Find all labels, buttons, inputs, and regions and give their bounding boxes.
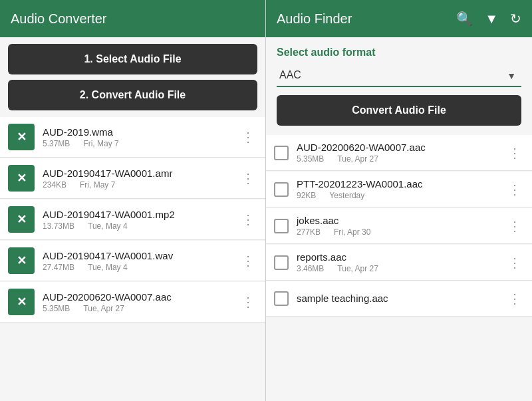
file-size: 5.37MB <box>43 139 70 148</box>
more-options-icon[interactable]: ⋮ <box>505 179 524 200</box>
list-item[interactable]: ✕ AUD-20190417-WA0001.amr 234KB Fri, May… <box>0 158 265 199</box>
file-checkbox[interactable] <box>274 291 289 306</box>
file-info: AUD-20190417-WA0001.amr 234KB Fri, May 7 <box>43 168 239 190</box>
more-options-icon[interactable]: ⋮ <box>505 252 524 273</box>
file-info: AUD-20200620-WA0007.aac 5.35MB Tue, Apr … <box>297 142 505 164</box>
right-title: Audio Finder <box>277 11 352 27</box>
file-icon: ✕ <box>8 124 35 150</box>
file-date: Tue, May 4 <box>88 221 128 231</box>
list-item[interactable]: jokes.aac 277KB Fri, Apr 30 ⋮ <box>266 208 532 244</box>
file-name: PTT-20201223-WA0001.aac <box>297 178 505 190</box>
file-date: Tue, Apr 27 <box>337 154 378 164</box>
format-select[interactable]: AACMP3WAVOGGFLACAMRWMA <box>277 64 521 87</box>
file-name: jokes.aac <box>297 215 505 226</box>
more-options-icon[interactable]: ⋮ <box>239 250 257 271</box>
file-info: AUD-20200620-WA0007.aac 5.35MB Tue, Apr … <box>43 291 239 313</box>
list-item[interactable]: sample teaching.aac ⋮ <box>266 281 532 317</box>
select-audio-button[interactable]: 1. Select Audio File <box>8 44 257 74</box>
file-meta: 5.37MB Fri, May 7 <box>43 139 239 148</box>
file-meta: 13.73MB Tue, May 4 <box>43 221 239 231</box>
search-icon[interactable]: 🔍 <box>456 11 473 27</box>
left-header: Audio Converter <box>0 0 265 37</box>
more-options-icon[interactable]: ⋮ <box>239 168 257 189</box>
file-info: AUD-20190417-WA0001.wav 27.47MB Tue, May… <box>43 250 239 272</box>
list-item[interactable]: ✕ AUD-20190417-WA0001.wav 27.47MB Tue, M… <box>0 241 265 281</box>
list-item[interactable]: AUD-20200620-WA0007.aac 5.35MB Tue, Apr … <box>266 135 532 171</box>
file-info: AUD-2019.wma 5.37MB Fri, May 7 <box>43 126 239 148</box>
file-date: Tue, May 4 <box>88 263 128 272</box>
file-info: sample teaching.aac <box>297 293 505 305</box>
right-content: Select audio format AACMP3WAVOGGFLACAMRW… <box>266 37 532 135</box>
file-name: AUD-20190417-WA0001.mp2 <box>43 209 239 220</box>
file-meta: 27.47MB Tue, May 4 <box>43 263 239 272</box>
file-name: reports.aac <box>297 251 505 263</box>
convert-audio-button[interactable]: 2. Convert Audio File <box>8 80 257 110</box>
right-header: Audio Finder 🔍 ▼ ↻ <box>266 0 532 37</box>
file-checkbox[interactable] <box>274 219 289 233</box>
left-title: Audio Converter <box>11 11 107 27</box>
file-name: AUD-20200620-WA0007.aac <box>297 142 505 153</box>
list-item[interactable]: ✕ AUD-20200620-WA0007.aac 5.35MB Tue, Ap… <box>0 282 265 323</box>
file-size: 13.73MB <box>43 221 74 231</box>
file-date: Fri, May 7 <box>80 180 115 190</box>
file-meta: 277KB Fri, Apr 30 <box>297 227 505 237</box>
list-item[interactable]: reports.aac 3.46MB Tue, Apr 27 ⋮ <box>266 245 532 281</box>
file-date: Fri, May 7 <box>83 139 118 148</box>
file-icon: ✕ <box>8 247 35 274</box>
right-file-list: AUD-20200620-WA0007.aac 5.35MB Tue, Apr … <box>266 135 532 401</box>
file-checkbox[interactable] <box>274 255 289 270</box>
file-size: 3.46MB <box>297 264 324 273</box>
file-icon: ✕ <box>8 206 35 233</box>
left-panel: Audio Converter 1. Select Audio File 2. … <box>0 0 266 401</box>
list-item[interactable]: PTT-20201223-WA0001.aac 92KB Yesterday ⋮ <box>266 172 532 207</box>
list-item[interactable]: ✕ AUD-2019.wma 5.37MB Fri, May 7 ⋮ <box>0 117 265 158</box>
file-size: 5.35MB <box>43 304 70 313</box>
file-name: AUD-20200620-WA0007.aac <box>43 291 239 303</box>
file-date: Tue, Apr 27 <box>337 264 378 273</box>
file-name: AUD-20190417-WA0001.wav <box>43 250 239 261</box>
file-name: AUD-2019.wma <box>43 126 239 138</box>
file-icon: ✕ <box>8 289 35 315</box>
file-size: 92KB <box>297 191 316 200</box>
filter-icon[interactable]: ▼ <box>485 11 498 27</box>
more-options-icon[interactable]: ⋮ <box>239 209 257 230</box>
file-name: AUD-20190417-WA0001.amr <box>43 168 239 179</box>
format-select-wrapper[interactable]: AACMP3WAVOGGFLACAMRWMA ▼ <box>277 64 521 87</box>
file-size: 5.35MB <box>297 154 324 164</box>
more-options-icon[interactable]: ⋮ <box>505 288 524 309</box>
file-size: 27.47MB <box>43 263 74 272</box>
file-date: Tue, Apr 27 <box>83 304 124 313</box>
list-item[interactable]: ✕ AUD-20190417-WA0001.mp2 13.73MB Tue, M… <box>0 200 265 240</box>
file-info: AUD-20190417-WA0001.mp2 13.73MB Tue, May… <box>43 209 239 231</box>
more-options-icon[interactable]: ⋮ <box>239 291 257 313</box>
left-file-list: ✕ AUD-2019.wma 5.37MB Fri, May 7 ⋮ ✕ AUD… <box>0 117 265 401</box>
convert-audio-file-button[interactable]: Convert Audio File <box>277 95 521 126</box>
more-options-icon[interactable]: ⋮ <box>239 126 257 148</box>
file-checkbox[interactable] <box>274 182 289 197</box>
header-icons: 🔍 ▼ ↻ <box>456 11 521 27</box>
right-panel: Audio Finder 🔍 ▼ ↻ Select audio format A… <box>266 0 532 401</box>
file-meta: 3.46MB Tue, Apr 27 <box>297 264 505 273</box>
file-date: Yesterday <box>329 191 364 200</box>
format-label: Select audio format <box>277 47 521 59</box>
file-meta: 92KB Yesterday <box>297 191 505 200</box>
file-info: reports.aac 3.46MB Tue, Apr 27 <box>297 251 505 273</box>
file-meta: 5.35MB Tue, Apr 27 <box>297 154 505 164</box>
more-options-icon[interactable]: ⋮ <box>505 142 524 164</box>
file-name: sample teaching.aac <box>297 293 505 304</box>
file-checkbox[interactable] <box>274 146 289 160</box>
refresh-icon[interactable]: ↻ <box>510 11 521 27</box>
more-options-icon[interactable]: ⋮ <box>505 215 524 237</box>
file-icon: ✕ <box>8 165 35 192</box>
file-meta: 5.35MB Tue, Apr 27 <box>43 304 239 313</box>
file-date: Fri, Apr 30 <box>334 227 370 237</box>
file-info: jokes.aac 277KB Fri, Apr 30 <box>297 215 505 237</box>
file-info: PTT-20201223-WA0001.aac 92KB Yesterday <box>297 178 505 200</box>
left-actions: 1. Select Audio File 2. Convert Audio Fi… <box>0 37 265 117</box>
file-size: 234KB <box>43 180 66 190</box>
file-size: 277KB <box>297 227 321 237</box>
file-meta: 234KB Fri, May 7 <box>43 180 239 190</box>
